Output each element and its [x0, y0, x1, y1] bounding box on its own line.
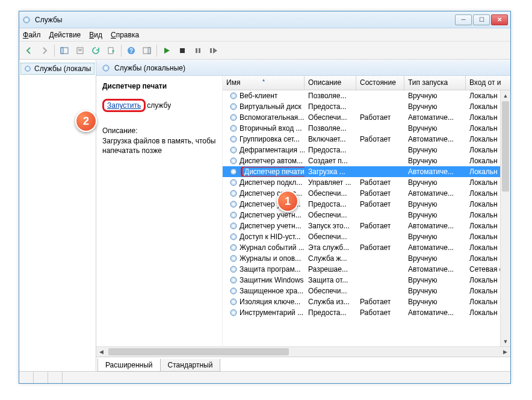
menu-file[interactable]: Файл: [23, 31, 41, 39]
gear-icon: [229, 91, 238, 101]
table-row[interactable]: Дефрагментация ...Предоста...ВручнуюЛока…: [223, 145, 510, 155]
service-desc: Предоста...: [305, 308, 356, 317]
main-header: Службы (локальные): [96, 60, 510, 76]
service-name: Вторичный вход ...: [240, 124, 302, 133]
service-start: Автоматиче...: [404, 243, 466, 252]
tree-root-services[interactable]: Службы (локалы: [20, 63, 94, 75]
table-row[interactable]: Журналы и опов...Служба ж...ВручнуюЛокал…: [223, 253, 510, 264]
col-startup[interactable]: Тип запуска: [404, 76, 466, 90]
pause-service-button[interactable]: [191, 43, 205, 58]
col-state[interactable]: Состояние: [356, 76, 404, 90]
gear-icon: [229, 275, 238, 285]
table-row[interactable]: Диспетчер подкл...Управляет ...РаботаетВ…: [223, 177, 510, 188]
scroll-left-icon[interactable]: ◀: [96, 347, 107, 357]
main-header-title: Службы (локальные): [114, 64, 185, 72]
menu-view[interactable]: Вид: [89, 31, 102, 39]
table-row[interactable]: Журнал событий ...Эта служб...РаботаетАв…: [223, 242, 510, 253]
service-start: Вручную: [404, 233, 466, 241]
service-name: Журнал событий ...: [240, 243, 305, 252]
tab-extended[interactable]: Расширенный: [97, 358, 161, 372]
show-hide-tree-button[interactable]: [57, 43, 72, 58]
col-description[interactable]: Описание: [305, 76, 356, 90]
titlebar[interactable]: Службы ─ ☐ ✕: [19, 11, 510, 28]
table-row[interactable]: Диспетчер учетн...Запуск это...РаботаетА…: [223, 220, 510, 231]
start-service-link[interactable]: Запустить: [102, 99, 146, 112]
service-desc: Загрузка ...: [305, 167, 356, 176]
table-row[interactable]: Веб-клиентПозволяе...ВручнуюЛокальн: [223, 90, 510, 101]
horizontal-scrollbar[interactable]: ◀ ▶: [96, 346, 510, 357]
scroll-up-icon[interactable]: ▲: [501, 90, 510, 101]
svg-point-43: [232, 214, 235, 216]
col-logon[interactable]: Вход от и: [466, 76, 503, 90]
table-row[interactable]: Диспетчер сеанс...Обеспечи...РаботаетАвт…: [223, 188, 510, 199]
table-row[interactable]: Защищенное хра...Обеспечи...ВручнуюЛокал…: [223, 286, 510, 296]
tree-pane: Службы (локалы: [19, 60, 96, 371]
svg-point-59: [232, 301, 235, 303]
back-button[interactable]: [22, 43, 36, 58]
table-row[interactable]: Диспетчер удост...Предоста...РаботаетВру…: [223, 199, 510, 210]
gear-icon: [229, 189, 238, 198]
table-row[interactable]: Группировка сет...Включает...РаботаетАвт…: [223, 134, 510, 145]
service-name: Диспетчер учетн...: [240, 222, 302, 230]
gear-icon: [229, 156, 238, 166]
table-row[interactable]: Вспомогательная...Обеспечи...РаботаетАвт…: [223, 112, 510, 123]
table-row[interactable]: Диспетчер учетн...Обеспечи...ВручнуюЛока…: [223, 210, 510, 220]
minimize-button[interactable]: ─: [455, 14, 472, 25]
forward-button[interactable]: [37, 43, 52, 58]
table-row[interactable]: Защитник WindowsЗащита от...ВручнуюЛокал…: [223, 275, 510, 286]
action-pane-button[interactable]: [140, 43, 154, 58]
service-logon: Локальн: [466, 254, 503, 263]
service-name: Диспетчер учетн...: [240, 211, 302, 219]
gear-icon: [229, 102, 238, 111]
table-row[interactable]: Доступ к HID-уст...Обеспечи...ВручнуюЛок…: [223, 231, 510, 242]
svg-point-35: [232, 170, 235, 173]
scroll-right-icon[interactable]: ▶: [500, 347, 510, 357]
svg-point-27: [232, 127, 235, 130]
tab-standard[interactable]: Стандартный: [160, 359, 221, 372]
svg-point-51: [232, 257, 235, 260]
scroll-thumb[interactable]: [502, 101, 509, 192]
maximize-button[interactable]: ☐: [473, 14, 490, 25]
scroll-thumb-h[interactable]: [108, 348, 289, 355]
service-start: Вручную: [404, 298, 466, 306]
gear-icon: [229, 243, 238, 252]
properties-button[interactable]: [73, 43, 87, 58]
service-start: Автоматиче...: [404, 135, 466, 143]
vertical-scrollbar[interactable]: ▲ ▼: [500, 90, 510, 346]
export-button[interactable]: [104, 43, 119, 58]
svg-rect-14: [199, 48, 200, 53]
menu-help[interactable]: Справка: [111, 31, 139, 39]
scroll-down-icon[interactable]: ▼: [501, 336, 510, 346]
service-name: Группировка сет...: [240, 135, 300, 143]
service-logon: Локальн: [466, 233, 503, 241]
service-state: Работает: [356, 178, 404, 187]
service-name: Журналы и опов...: [240, 254, 301, 263]
service-desc: Служба ж...: [305, 254, 356, 263]
close-button[interactable]: ✕: [491, 14, 508, 25]
col-name[interactable]: Имя: [223, 76, 305, 90]
gear-icon: [229, 145, 238, 155]
help-button[interactable]: ?: [124, 43, 138, 58]
service-start: Автоматиче...: [404, 113, 466, 122]
detail-service-name: Диспетчер печати: [102, 82, 217, 90]
table-row[interactable]: Диспетчер печатиЗагрузка ...Автоматиче..…: [223, 166, 510, 177]
svg-point-17: [26, 67, 29, 70]
table-row[interactable]: Защита програм...Разрешае...Автоматиче..…: [223, 264, 510, 275]
table-row[interactable]: Виртуальный дискПредоста...ВручнуюЛокаль…: [223, 101, 510, 112]
service-desc: Предоста...: [305, 146, 356, 154]
stop-service-button[interactable]: [175, 43, 190, 58]
restart-service-button[interactable]: [206, 43, 221, 58]
refresh-button[interactable]: [88, 43, 103, 58]
table-row[interactable]: Вторичный вход ...Позволяе...ВручнуюЛока…: [223, 123, 510, 134]
table-row[interactable]: Диспетчер автом...Создает п...ВручнуюЛок…: [223, 155, 510, 166]
table-row[interactable]: Инструментарий ...Предоста...РаботаетАвт…: [223, 307, 510, 318]
start-service-button[interactable]: [159, 43, 174, 58]
service-start: Вручную: [404, 200, 466, 208]
table-row[interactable]: Изоляция ключе...Служба из...РаботаетВру…: [223, 296, 510, 307]
service-state: Работает: [356, 298, 404, 306]
service-name: Защита програм...: [240, 265, 301, 273]
svg-rect-12: [180, 48, 185, 53]
menu-action[interactable]: Действие: [49, 31, 81, 39]
gear-icon: [229, 199, 238, 209]
svg-point-55: [232, 279, 235, 281]
